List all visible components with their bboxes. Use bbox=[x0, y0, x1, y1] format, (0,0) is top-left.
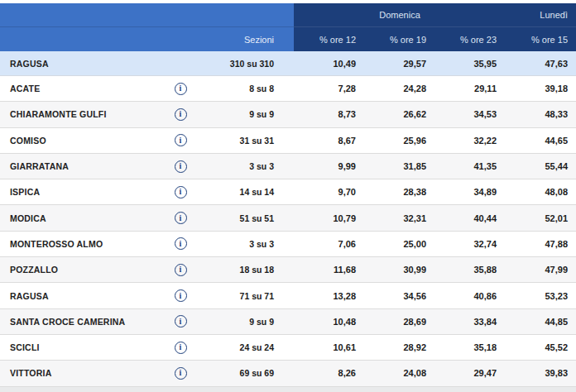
table-row: VITTORIA i 69 su 69 8,26 24,08 29,47 39,… bbox=[0, 361, 576, 386]
turnout-ore15: 55,44 bbox=[505, 161, 576, 171]
info-cell: i bbox=[161, 83, 199, 95]
info-icon[interactable]: i bbox=[175, 264, 187, 276]
sezioni-count: 14 su 14 bbox=[199, 187, 294, 197]
municipality-name: MODICA bbox=[0, 213, 161, 223]
info-cell: i bbox=[161, 160, 199, 173]
municipality-name: POZZALLO bbox=[0, 265, 161, 275]
turnout-ore15: 44,85 bbox=[505, 317, 576, 327]
turnout-ore23: 29,47 bbox=[434, 368, 505, 378]
turnout-ore15: 53,23 bbox=[505, 291, 576, 301]
turnout-ore15: 48,33 bbox=[505, 109, 576, 119]
info-icon[interactable]: i bbox=[175, 108, 187, 121]
turnout-ore23: 32,74 bbox=[434, 239, 505, 249]
turnout-ore15: 39,83 bbox=[505, 368, 576, 378]
sezioni-count: 8 su 8 bbox=[199, 84, 294, 93]
sezioni-count: 9 su 9 bbox=[199, 109, 294, 119]
turnout-ore15: 39,18 bbox=[505, 84, 576, 93]
municipality-name: RAGUSA bbox=[0, 291, 161, 301]
sezioni-count: 71 su 71 bbox=[199, 291, 294, 301]
info-icon[interactable]: i bbox=[175, 289, 187, 302]
table-row: RAGUSA i 71 su 71 13,28 34,56 40,86 53,2… bbox=[0, 283, 576, 308]
info-cell: i bbox=[161, 264, 199, 276]
turnout-ore12: 8,67 bbox=[294, 136, 364, 146]
turnout-ore23: 34,89 bbox=[434, 187, 505, 197]
municipality-name: ACATE bbox=[0, 84, 161, 93]
turnout-ore15: 52,01 bbox=[505, 213, 576, 223]
header-group-empty bbox=[0, 3, 294, 27]
turnout-ore15: 48,08 bbox=[505, 187, 576, 197]
turnout-ore19: 25,00 bbox=[364, 239, 434, 249]
sezioni-count: 3 su 3 bbox=[199, 161, 294, 171]
header-group-domenica: Domenica bbox=[294, 3, 506, 27]
summary-province-name: RAGUSA bbox=[0, 59, 161, 69]
turnout-ore12: 10,79 bbox=[294, 213, 364, 223]
turnout-ore23: 40,44 bbox=[434, 213, 505, 223]
info-cell: i bbox=[161, 367, 199, 380]
municipality-name: ISPICA bbox=[0, 187, 161, 197]
info-icon[interactable]: i bbox=[175, 134, 187, 146]
turnout-ore23: 40,86 bbox=[434, 291, 505, 301]
municipality-name: GIARRATANA bbox=[0, 161, 161, 171]
table-row: SANTA CROCE CAMERINA i 9 su 9 10,48 28,6… bbox=[0, 309, 576, 335]
turnout-ore15: 44,65 bbox=[505, 136, 576, 146]
turnout-ore15: 47,88 bbox=[505, 239, 576, 249]
summary-ore23: 35,95 bbox=[434, 59, 505, 69]
summary-row: RAGUSA 310 su 310 10,49 29,57 35,95 47,6… bbox=[0, 51, 576, 76]
turnout-ore23: 33,84 bbox=[434, 317, 505, 327]
turnout-ore12: 10,61 bbox=[294, 342, 364, 352]
column-header-ore19: % ore 19 bbox=[364, 27, 434, 51]
column-header-sezioni: Sezioni bbox=[0, 27, 294, 51]
turnout-ore19: 31,85 bbox=[364, 161, 434, 171]
turnout-ore19: 32,31 bbox=[364, 213, 434, 223]
info-cell: i bbox=[161, 342, 199, 354]
turnout-ore12: 8,26 bbox=[294, 368, 364, 378]
sezioni-count: 18 su 18 bbox=[199, 265, 294, 275]
turnout-ore15: 45,52 bbox=[505, 342, 576, 352]
turnout-ore12: 10,48 bbox=[294, 317, 364, 327]
header-group-lunedi: Lunedì bbox=[506, 3, 576, 27]
turnout-ore19: 28,38 bbox=[364, 187, 434, 197]
turnout-ore19: 24,28 bbox=[364, 84, 434, 93]
municipality-name: CHIARAMONTE GULFI bbox=[0, 109, 161, 119]
column-header-ore12: % ore 12 bbox=[294, 27, 364, 51]
turnout-ore19: 26,62 bbox=[364, 109, 434, 119]
info-icon[interactable]: i bbox=[175, 212, 187, 224]
info-icon[interactable]: i bbox=[175, 160, 187, 173]
turnout-table: Domenica Lunedì Sezioni % ore 12 % ore 1… bbox=[0, 0, 576, 387]
turnout-ore12: 11,68 bbox=[294, 265, 364, 275]
info-icon[interactable]: i bbox=[175, 315, 187, 327]
municipality-name: VITTORIA bbox=[0, 368, 161, 378]
info-icon[interactable]: i bbox=[175, 342, 187, 354]
turnout-ore23: 41,35 bbox=[434, 161, 505, 171]
info-cell: i bbox=[161, 237, 199, 250]
turnout-ore12: 7,06 bbox=[294, 239, 364, 249]
info-icon[interactable]: i bbox=[175, 367, 187, 380]
sezioni-count: 3 su 3 bbox=[199, 239, 294, 249]
table-row: POZZALLO i 18 su 18 11,68 30,99 35,88 47… bbox=[0, 257, 576, 283]
header-columns-row: Sezioni % ore 12 % ore 19 % ore 23 % ore… bbox=[0, 27, 576, 51]
info-cell: i bbox=[161, 186, 199, 198]
table-row: ISPICA i 14 su 14 9,70 28,38 34,89 48,08 bbox=[0, 179, 576, 205]
municipality-name: SANTA CROCE CAMERINA bbox=[0, 317, 161, 327]
info-cell: i bbox=[161, 108, 199, 121]
table-row: CHIARAMONTE GULFI i 9 su 9 8,73 26,62 34… bbox=[0, 102, 576, 127]
table-row: MODICA i 51 su 51 10,79 32,31 40,44 52,0… bbox=[0, 205, 576, 231]
sezioni-count: 51 su 51 bbox=[199, 213, 294, 223]
turnout-ore12: 8,73 bbox=[294, 109, 364, 119]
info-icon[interactable]: i bbox=[175, 186, 187, 198]
turnout-ore12: 13,28 bbox=[294, 291, 364, 301]
turnout-ore15: 47,99 bbox=[505, 265, 576, 275]
info-icon[interactable]: i bbox=[175, 83, 187, 95]
summary-ore12: 10,49 bbox=[294, 59, 364, 69]
turnout-ore19: 25,96 bbox=[364, 136, 434, 146]
turnout-ore19: 28,69 bbox=[364, 317, 434, 327]
info-cell: i bbox=[161, 289, 199, 302]
table-row: COMISO i 31 su 31 8,67 25,96 32,22 44,65 bbox=[0, 128, 576, 154]
info-cell: i bbox=[161, 212, 199, 224]
table-row: MONTEROSSO ALMO i 3 su 3 7,06 25,00 32,7… bbox=[0, 232, 576, 257]
info-icon[interactable]: i bbox=[175, 237, 187, 250]
turnout-ore12: 9,99 bbox=[294, 161, 364, 171]
turnout-ore12: 9,70 bbox=[294, 187, 364, 197]
turnout-ore19: 30,99 bbox=[364, 265, 434, 275]
sezioni-count: 9 su 9 bbox=[199, 317, 294, 327]
